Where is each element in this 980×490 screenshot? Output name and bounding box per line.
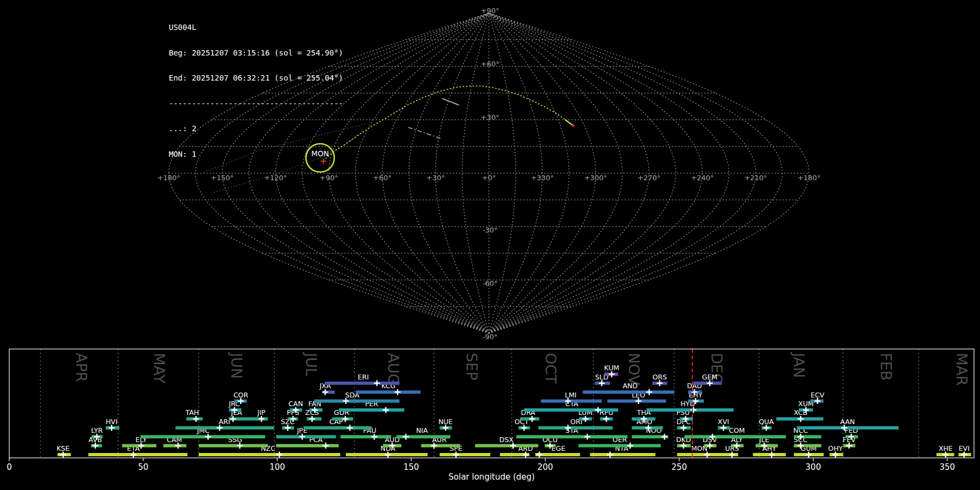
- shower-label-EVI: EVI: [959, 444, 970, 452]
- shower-peak-marker-SSG: [237, 443, 243, 449]
- shower-bar-KCG: [356, 390, 420, 394]
- shower-peak-marker-SDA: [343, 398, 349, 404]
- shower-peak-marker-NTA: [607, 452, 613, 458]
- map-longitude-label: +240°: [691, 174, 714, 182]
- shower-bar-JPE: [276, 435, 336, 438]
- shower-peak-marker-ORS: [657, 380, 663, 386]
- shower-peak-marker-MON: [704, 452, 710, 458]
- shower-peak-marker-JEA: [230, 416, 236, 422]
- shower-peak-marker-AUR: [431, 443, 437, 449]
- shower-peak-marker-DKD: [681, 443, 687, 449]
- meteor-trail: [408, 127, 440, 138]
- shower-label-AAN: AAN: [840, 418, 855, 426]
- shower-peak-marker-DSV: [707, 443, 713, 449]
- shower-peak-marker-LUM: [583, 416, 589, 422]
- shower-peak-marker-RPU: [603, 416, 609, 422]
- shower-peak-marker-NDA: [385, 452, 391, 458]
- map-longitude-label: +60°: [373, 174, 391, 182]
- shower-peak-marker-HYD: [690, 407, 696, 413]
- map-longitude-label: +30°: [426, 174, 445, 182]
- shower-bar-NZC: [199, 453, 340, 456]
- shower-label-AND: AND: [623, 382, 638, 390]
- shower-label-CAN: CAN: [289, 400, 303, 408]
- shower-bar-CAP: [303, 426, 371, 430]
- shower-peak-marker-QUA: [763, 425, 769, 431]
- x-axis-tick-label: 300: [805, 462, 821, 472]
- shower-peak-marker-AVB: [93, 443, 99, 449]
- observation-info: US004L Beg: 20251207 03:15:16 (sol = 254…: [169, 7, 343, 175]
- shower-peak-marker-JXA: [322, 389, 328, 395]
- meteor-radiant-app: +180°+150°+120°+90°+60°+30°+0°+330°+300°…: [0, 0, 980, 490]
- month-label: SEP: [463, 353, 480, 380]
- meteor-trail: [442, 99, 459, 105]
- shower-peak-marker-KCG: [395, 389, 401, 395]
- map-longitude-label: +0°: [482, 174, 496, 182]
- map-longitude-label: +330°: [531, 174, 554, 182]
- shower-peak-marker-ARD: [523, 452, 529, 458]
- shower-label-HVI: HVI: [106, 418, 118, 426]
- map-declination-label: -30°: [482, 226, 498, 234]
- shower-bar-HYD: [646, 408, 733, 412]
- shower-peak-marker-XHE: [942, 452, 948, 458]
- shower-label-TAH: TAH: [185, 408, 199, 416]
- shower-bar-STA: [516, 435, 627, 438]
- shower-label-GEM: GEM: [702, 373, 717, 381]
- shower-bar-ARI: [175, 426, 274, 430]
- shower-count: MON: 1: [169, 150, 343, 159]
- shower-bar-AAN: [797, 426, 899, 430]
- shower-peak-marker-URS: [729, 452, 735, 458]
- shower-bar-LMI: [541, 400, 602, 403]
- shower-label-NIA: NIA: [416, 426, 428, 434]
- shower-bar-OER: [578, 444, 660, 448]
- month-label: APR: [73, 353, 90, 382]
- shower-bar-MON: [677, 453, 726, 456]
- shower-peak-marker-NUE: [443, 425, 449, 431]
- shower-peak-marker-STA: [584, 434, 590, 440]
- shower-bar-PER: [339, 408, 404, 412]
- shower-peak-marker-KUM: [609, 371, 615, 377]
- shower-bar-COM: [684, 435, 786, 438]
- shower-bar-PAU: [340, 435, 391, 438]
- map-declination-label: -90°: [482, 333, 498, 341]
- shower-peak-marker-PCA: [323, 443, 329, 449]
- shower-peak-marker-NIA: [403, 434, 409, 440]
- observation-end: End: 20251207 06:32:21 (sol = 255.04°): [169, 74, 343, 83]
- shower-bar-PCA: [276, 444, 339, 448]
- shower-bar-ORI: [538, 426, 613, 430]
- map-grid-meridian: [409, 13, 489, 333]
- shower-bar-NTA: [590, 453, 656, 456]
- shower-peak-marker-SZC: [285, 425, 291, 431]
- month-label: JAN: [791, 352, 807, 378]
- shower-peak-marker-ECV: [814, 398, 820, 404]
- station-id: US004L: [169, 23, 343, 32]
- separator-line: --------------------------------------: [169, 100, 343, 108]
- shower-label-LMI: LMI: [565, 391, 576, 399]
- map-declination-label: +30°: [481, 113, 499, 121]
- shower-label-JIP: JIP: [257, 408, 266, 416]
- shower-bar-AUR: [421, 444, 461, 448]
- shower-peak-marker-ZCS: [309, 416, 315, 422]
- month-label: MAY: [151, 353, 168, 384]
- shower-peak-marker-GUM: [806, 452, 812, 458]
- map-declination-label: +90°: [481, 7, 499, 15]
- x-axis-title: Solar longitude (deg): [449, 472, 535, 482]
- x-axis-tick-label: 50: [138, 462, 149, 472]
- x-axis-tick-label: 350: [939, 462, 955, 472]
- shower-peak-marker-HVI: [109, 425, 115, 431]
- trajectory-end-dot: [572, 125, 575, 127]
- shower-peak-marker-KSE: [60, 452, 66, 458]
- shower-peak-marker-TAH: [193, 416, 199, 422]
- map-longitude-label: +180°: [798, 174, 820, 182]
- shower-peak-marker-NOO: [661, 434, 667, 440]
- shower-peak-marker-EGE: [536, 452, 542, 458]
- shower-bar-ERI: [324, 382, 399, 385]
- sky-map-and-timeline-svg: +180°+150°+120°+90°+60°+30°+0°+330°+300°…: [0, 0, 980, 490]
- shower-peak-marker-DPC: [681, 425, 687, 431]
- shower-label-ORS: ORS: [652, 373, 667, 381]
- month-label: JUN: [228, 352, 245, 379]
- month-label: FEB: [878, 353, 895, 381]
- month-label: MAR: [953, 353, 970, 386]
- map-declination-label: +60°: [481, 60, 499, 68]
- shower-peak-marker-NZC: [277, 452, 283, 458]
- shower-label-COM: COM: [729, 426, 745, 434]
